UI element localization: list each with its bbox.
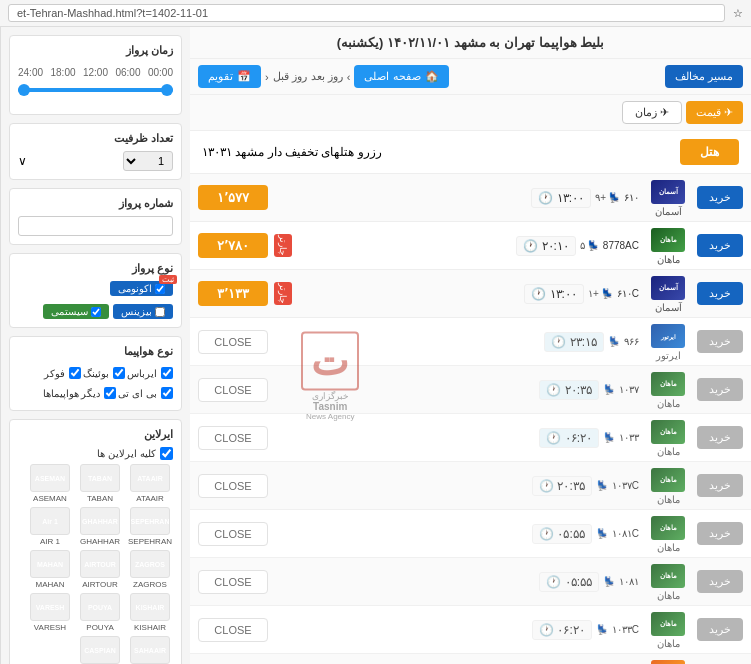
departure-time: 🕐 ۱۳:۰۰ xyxy=(531,188,591,208)
bookmark-icon[interactable]: ☆ xyxy=(733,7,743,20)
fokker-row: فوکر xyxy=(44,367,81,379)
flight-number-title: شماره پرواز xyxy=(18,197,173,210)
calendar-button[interactable]: 📅 تقویم xyxy=(198,65,261,88)
close-status: CLOSE xyxy=(198,570,268,594)
nav-right: 🏠 صفحه اصلی › روز بعد روز قبل ‹ 📅 تقویم xyxy=(198,65,449,88)
aircraft-title: نوع هواپیما xyxy=(18,345,173,358)
right-panel: زمان پرواز 24:00 18:00 12:00 06:00 00:00 xyxy=(0,27,190,664)
boeing-checkbox[interactable] xyxy=(113,367,125,379)
time-icon: ✈ xyxy=(660,106,669,118)
airline-logo: ایرتور xyxy=(650,322,686,350)
slider-labels: 24:00 18:00 12:00 06:00 00:00 xyxy=(18,67,173,78)
seat-info: 💺 xyxy=(596,528,608,539)
airline-logo-sahaair: SAHAAIR SAHAAIR xyxy=(127,636,173,664)
seat-info: 💺 xyxy=(603,384,615,395)
calendar-icon: 📅 xyxy=(237,70,251,83)
price-icon: ✈ xyxy=(724,106,733,118)
flight-number: ۱۰۸۱ xyxy=(619,576,639,587)
slider-thumb-right[interactable] xyxy=(161,84,173,96)
boeing-row: بوئینگ xyxy=(83,367,125,379)
flight-number-input[interactable] xyxy=(18,216,173,236)
system-badge[interactable]: سیستمی xyxy=(43,304,109,319)
flight-number: ۹۶۶ xyxy=(624,336,639,347)
business-checkbox[interactable] xyxy=(155,307,165,317)
fokker-checkbox[interactable] xyxy=(69,367,81,379)
bat-row: بی ای تی xyxy=(118,387,173,399)
airline-name: ماهان xyxy=(657,446,680,457)
system-checkbox[interactable] xyxy=(91,307,101,317)
buy-button[interactable]: خرید xyxy=(697,282,743,305)
all-airlines-checkbox[interactable] xyxy=(160,447,173,460)
airline-name: ماهان xyxy=(657,590,680,601)
buy-button[interactable]: خرید xyxy=(697,186,743,209)
charter-badge: چارتر xyxy=(274,234,292,257)
seat-info: 💺 ۵ xyxy=(580,240,599,251)
airline-logo: ماهان xyxy=(650,370,686,398)
flight-time-slider: 24:00 18:00 12:00 06:00 00:00 xyxy=(18,63,173,106)
flight-row: خرید کیش‌ایر کیش‌ایر ۷۱۶۹ 💺 🕐 ۱۱:۴۵ CLOS… xyxy=(190,654,751,664)
airline-logo: ماهان xyxy=(650,418,686,446)
slider-container[interactable] xyxy=(18,82,173,98)
seat-info: 💺 +۱ xyxy=(588,288,613,299)
hotel-button[interactable]: هتل xyxy=(680,139,739,165)
departure-time: 🕐 ۲۳:۱۵ xyxy=(544,332,604,352)
buy-button[interactable]: خرید xyxy=(697,378,743,401)
close-status: CLOSE xyxy=(198,330,268,354)
departure-time: 🕐 ۲۰:۱۰ xyxy=(516,236,576,256)
hotel-text: رزرو هتلهای تخفیف دار مشهد ۱۳۰۳۱ xyxy=(202,145,382,159)
prev-day-button[interactable]: ‹ xyxy=(265,71,269,83)
capacity-section: تعداد ظرفیت 1 2 3 4 ∨ xyxy=(9,123,182,180)
flight-row: خرید ماهان ماهان 8778AC 💺 ۵ 🕐 ۲۰:۱۰ چارت… xyxy=(190,222,751,270)
flight-row: خرید ماهان ماهان ۱۰۳۷ 💺 🕐 ۲۰:۳۵ CLOSE xyxy=(190,366,751,414)
browser-bar: et-Tehran-Mashhad.html?t=1402-11-01 ☆ xyxy=(0,0,751,27)
airline-logo: ماهان xyxy=(650,610,686,638)
airline-logo-caspian: CASPIAN CASPIAN xyxy=(77,636,123,664)
buy-button[interactable]: خرید xyxy=(697,234,743,257)
airline-cell: آسمان آسمان xyxy=(643,178,693,217)
airline-logo: کیش‌ایر xyxy=(650,658,686,664)
slider-thumb-left[interactable] xyxy=(18,84,30,96)
flight-type-title: نوع پرواز xyxy=(18,262,173,275)
hotel-row: هتل رزرو هتلهای تخفیف دار مشهد ۱۳۰۳۱ xyxy=(190,131,751,174)
airline-logo: آسمان xyxy=(650,178,686,206)
flight-row: خرید ماهان ماهان ۱۰۸۱C 💺 🕐 ۰۵:۵۵ CLOSE xyxy=(190,510,751,558)
flight-row: خرید ایرتور ایرتور ۹۶۶ 💺 🕐 ۲۳:۱۵ CLOSE xyxy=(190,318,751,366)
airbus-checkbox[interactable] xyxy=(161,367,173,379)
capacity-select[interactable]: 1 2 3 4 xyxy=(123,151,173,171)
seat-info: 💺 xyxy=(608,336,620,347)
next-day-button[interactable]: › xyxy=(347,71,351,83)
airline-name: ماهان xyxy=(657,494,680,505)
buy-button[interactable]: خرید xyxy=(697,330,743,353)
page-title: بلیط هواپیما تهران به مشهد ۱۴۰۲/۱۱/۰۱ (ی… xyxy=(190,27,751,59)
buy-button[interactable]: خرید xyxy=(697,426,743,449)
airline-cell: ماهان ماهان xyxy=(643,610,693,649)
airline-cell: آسمان آسمان xyxy=(643,274,693,313)
seat-info: 💺 xyxy=(603,432,615,443)
airline-logo-air1: Air 1 AIR 1 xyxy=(27,507,73,546)
airline-logo-mahan: GHAHHAR GHAHHAR xyxy=(77,507,123,546)
price-tab-button[interactable]: ✈ قیمت xyxy=(686,101,743,124)
filter-tabs: ✈ قیمت ✈ زمان xyxy=(190,95,751,131)
opposite-route-button[interactable]: مسیر مخالف xyxy=(665,65,743,88)
time-tab-button[interactable]: ✈ زمان xyxy=(622,101,682,124)
buy-button[interactable]: خرید xyxy=(697,474,743,497)
flight-number: ۶۱۰ xyxy=(624,192,639,203)
buy-button[interactable]: خرید xyxy=(697,618,743,641)
buy-button[interactable]: خرید xyxy=(697,522,743,545)
airline-logo-airtour: AIRTOUR AIRTOUR xyxy=(77,550,123,589)
other-aircraft-checkbox[interactable] xyxy=(104,387,116,399)
airline-cell: ماهان ماهان xyxy=(643,562,693,601)
home-button[interactable]: 🏠 صفحه اصلی xyxy=(354,65,448,88)
flight-number: ۱۰۳۳ xyxy=(619,432,639,443)
type-row-2: بیزینس سیستمی xyxy=(18,304,173,319)
airline-name: ماهان xyxy=(657,254,680,265)
flight-number: ۱۰۳۳C xyxy=(612,624,639,635)
business-badge[interactable]: بیزینس xyxy=(113,304,173,319)
browser-url: et-Tehran-Mashhad.html?t=1402-11-01 xyxy=(8,4,725,22)
seat-info: 💺 xyxy=(596,624,608,635)
flight-number: ۱۰۳۷ xyxy=(619,384,639,395)
bat-checkbox[interactable] xyxy=(161,387,173,399)
economy-checkbox[interactable] xyxy=(155,284,165,294)
close-status: CLOSE xyxy=(198,618,268,642)
buy-button[interactable]: خرید xyxy=(697,570,743,593)
